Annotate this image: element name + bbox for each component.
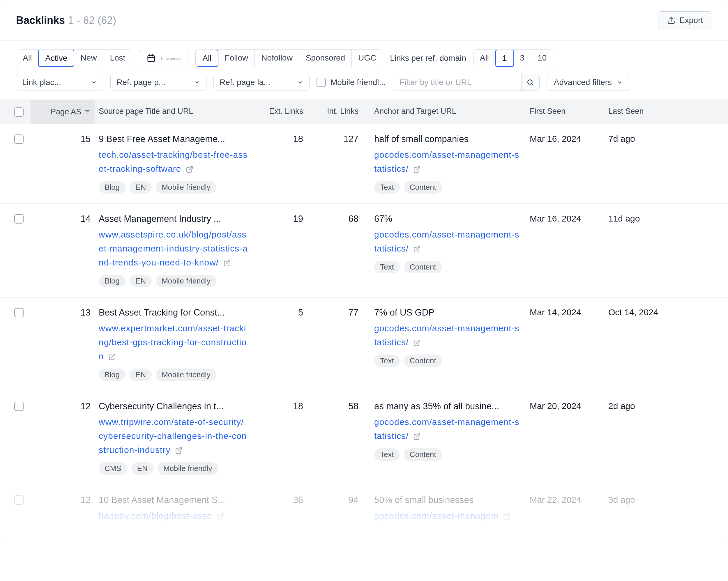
lpd-3[interactable]: 3: [514, 50, 531, 67]
source-url[interactable]: tech.co/asset-tracking/best-free-asset-t…: [99, 148, 248, 176]
search-icon: [526, 79, 534, 86]
follow-ugc[interactable]: UGC: [352, 50, 383, 67]
source-title: 9 Best Free Asset Manageme...: [99, 134, 248, 144]
svg-line-15: [416, 340, 420, 343]
follow-sponsored[interactable]: Sponsored: [300, 50, 352, 67]
ext-links-value: 36: [293, 495, 303, 505]
select-all-checkbox[interactable]: [14, 107, 24, 117]
int-links-value: 94: [348, 495, 359, 505]
mobile-friendly-checkbox[interactable]: [316, 78, 326, 87]
int-links-value: 68: [348, 214, 359, 224]
col-page-as[interactable]: Page AS: [31, 100, 95, 124]
title-range: 1 - 62 (62): [68, 14, 116, 26]
external-link-icon: [413, 166, 421, 173]
lpd-1[interactable]: 1: [495, 50, 514, 67]
sort-icon: [84, 109, 90, 115]
external-link-icon: [503, 512, 511, 520]
time-period-button[interactable]: Time period: [139, 50, 188, 67]
links-per-domain-label: Links per ref. domain: [390, 54, 466, 63]
source-tag: EN: [130, 181, 152, 193]
lpd-all[interactable]: All: [473, 50, 496, 67]
table-row: 12 10 Best Asset Management S... happay.…: [0, 485, 728, 538]
anchor-tag: Content: [404, 354, 442, 367]
follow-all[interactable]: All: [196, 50, 218, 67]
chevron-down-icon: [194, 79, 200, 85]
chevron-down-icon: [617, 79, 623, 85]
status-lost[interactable]: Lost: [103, 50, 132, 67]
follow-nofollow[interactable]: Nofollow: [255, 50, 299, 67]
table-row: 12 Cybersecurity Challenges in t... www.…: [0, 391, 728, 485]
row-checkbox[interactable]: [14, 308, 24, 317]
source-url[interactable]: www.assetspire.co.uk/blog/post/asset-man…: [99, 228, 248, 269]
svg-line-11: [416, 166, 420, 170]
svg-rect-1: [148, 56, 155, 61]
advanced-filters-label: Advanced filters: [554, 78, 612, 87]
row-checkbox[interactable]: [14, 402, 24, 411]
lpd-10[interactable]: 10: [531, 50, 553, 67]
target-url[interactable]: gocodes.com/asset-management-statistics/: [374, 415, 522, 443]
source-tag: Blog: [99, 181, 126, 193]
col-last-seen[interactable]: Last Seen: [604, 100, 712, 124]
page-title: Backlinks 1 - 62 (62): [16, 14, 116, 26]
ref-page-platform-dropdown[interactable]: Ref. page p...: [110, 74, 206, 91]
search-button[interactable]: [521, 74, 539, 90]
source-tag: Mobile friendly: [158, 462, 218, 475]
ext-links-value: 18: [293, 401, 303, 411]
col-first-seen[interactable]: First Seen: [526, 100, 604, 124]
col-source[interactable]: Source page Title and URL: [95, 100, 252, 124]
source-url[interactable]: www.expertmarket.com/asset-tracking/best…: [99, 321, 248, 363]
source-url[interactable]: happay.com/blog/best-asse: [99, 509, 248, 523]
table-header: Page AS Source page Title and URL Ext. L…: [0, 100, 728, 124]
anchor-text: as many as 35% of all busine...: [374, 401, 522, 412]
mobile-friendly-filter[interactable]: Mobile friendl...: [316, 78, 386, 87]
follow-filter: All Follow Nofollow Sponsored UGC: [196, 50, 383, 67]
status-new[interactable]: New: [74, 50, 103, 67]
target-url[interactable]: gocodes.com/asset-management-statistics/: [374, 148, 522, 176]
anchor-tag: Content: [404, 181, 442, 193]
svg-line-16: [178, 448, 182, 451]
page-as-value: 15: [81, 134, 90, 144]
svg-line-14: [111, 354, 115, 358]
external-link-icon: [217, 512, 224, 520]
last-seen-value: 7d ago: [608, 134, 635, 143]
ext-links-value: 5: [298, 308, 303, 318]
status-active[interactable]: Active: [38, 50, 74, 67]
first-seen-value: Mar 20, 2024: [530, 401, 581, 411]
source-tag: EN: [130, 275, 152, 287]
anchor-tag: Content: [404, 261, 442, 273]
advanced-filters-button[interactable]: Advanced filters: [547, 74, 630, 91]
search-input[interactable]: [393, 74, 521, 90]
row-checkbox[interactable]: [14, 214, 24, 223]
target-url[interactable]: gocodes.com/asset-management-statistics/: [374, 321, 522, 349]
last-seen-value: 11d ago: [608, 214, 640, 223]
anchor-text: 67%: [374, 214, 522, 224]
page-as-value: 14: [81, 214, 90, 224]
anchor-text: 50% of small businesses: [374, 495, 522, 505]
source-title: 10 Best Asset Management S...: [99, 495, 248, 505]
follow-follow[interactable]: Follow: [218, 50, 255, 67]
source-tag: CMS: [99, 462, 127, 475]
row-checkbox[interactable]: [14, 496, 24, 505]
chevron-down-icon: [297, 79, 304, 85]
target-url[interactable]: gocodes.com/asset-management-statistics/: [374, 228, 522, 256]
status-all[interactable]: All: [16, 50, 38, 67]
ref-page-la-label: Ref. page la...: [219, 78, 270, 87]
search-filter: [393, 74, 540, 91]
row-checkbox[interactable]: [14, 134, 24, 144]
link-placement-dropdown[interactable]: Link plac...: [16, 74, 103, 91]
export-button[interactable]: Export: [658, 11, 712, 29]
external-link-icon: [186, 166, 193, 173]
ref-page-language-dropdown[interactable]: Ref. page la...: [213, 74, 310, 91]
first-seen-value: Mar 16, 2024: [530, 134, 581, 143]
source-url[interactable]: www.tripwire.com/state-of-security/cyber…: [99, 415, 248, 457]
col-page-as-label: Page AS: [51, 107, 81, 116]
svg-line-12: [226, 260, 230, 264]
svg-line-19: [506, 513, 510, 517]
col-int-links[interactable]: Int. Links: [307, 100, 363, 124]
col-anchor[interactable]: Anchor and Target URL: [363, 100, 526, 124]
target-url[interactable]: gocodes.com/asset-managem: [374, 509, 522, 523]
page-as-value: 13: [81, 308, 90, 318]
source-tag: EN: [131, 462, 153, 475]
anchor-tag: Text: [374, 181, 400, 193]
col-ext-links[interactable]: Ext. Links: [252, 100, 307, 124]
